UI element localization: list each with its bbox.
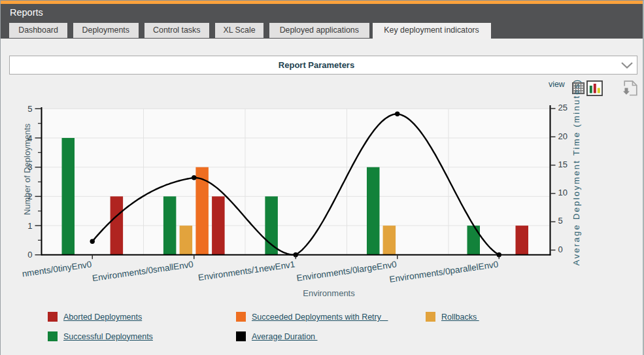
- svg-text:0: 0: [27, 250, 32, 260]
- svg-text:Environments/0smallEnv0: Environments/0smallEnv0: [92, 260, 194, 284]
- svg-text:Number of Deployments: Number of Deployments: [22, 123, 32, 215]
- svg-text:5: 5: [558, 216, 563, 226]
- svg-text:25: 25: [558, 103, 568, 112]
- svg-text:Environments/0largeEnv0: Environments/0largeEnv0: [296, 260, 398, 283]
- svg-text:20: 20: [558, 131, 568, 141]
- svg-text:0: 0: [558, 245, 563, 254]
- svg-text:10: 10: [558, 188, 568, 197]
- svg-text:5: 5: [27, 104, 32, 114]
- svg-text:Environments: Environments: [303, 288, 355, 298]
- svg-text:15: 15: [558, 160, 568, 169]
- svg-text:Environments/1newEnv1: Environments/1newEnv1: [197, 260, 296, 283]
- svg-text:1: 1: [27, 221, 32, 231]
- svg-text:Average Deployment Time (minut: Average Deployment Time (minutes): [571, 78, 581, 266]
- svg-text:Environments/0parallelEnv0: Environments/0parallelEnv0: [389, 260, 500, 284]
- svg-text:nments/0tinyEnv0: nments/0tinyEnv0: [22, 260, 92, 279]
